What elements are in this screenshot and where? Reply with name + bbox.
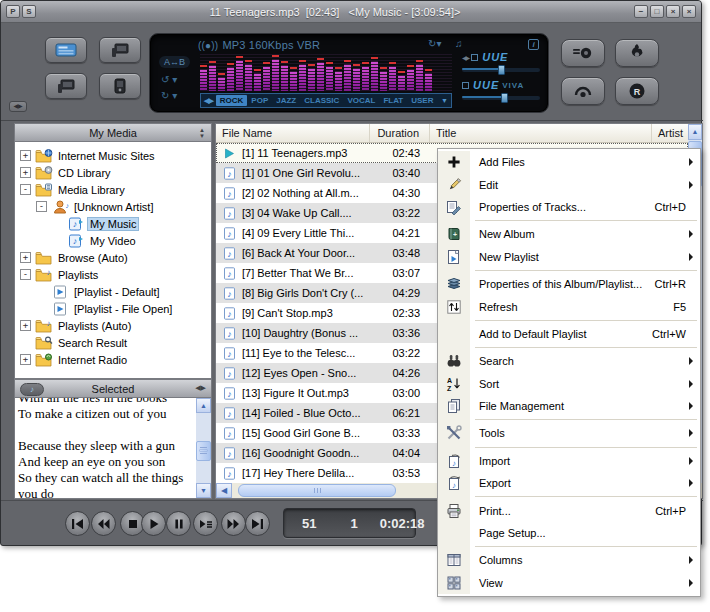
menu-item-print[interactable]: Print...Ctrl+P bbox=[438, 499, 700, 521]
tree-item-playlist-default[interactable]: [Playlist - Default] bbox=[15, 283, 211, 300]
eq-preset-rock[interactable]: ROCK bbox=[216, 95, 248, 106]
play-selection-button[interactable] bbox=[193, 511, 218, 536]
uue-viva-checkbox[interactable] bbox=[462, 82, 469, 89]
preset-scroll-icon[interactable]: ◀▶ bbox=[204, 97, 213, 105]
close-button[interactable]: × bbox=[666, 5, 680, 18]
output-device-icon[interactable]: ♫ bbox=[455, 38, 463, 49]
menu-item-page-setup[interactable]: Page Setup... bbox=[438, 522, 700, 544]
selected-nav-icon[interactable]: ◀ ▶ bbox=[195, 384, 205, 392]
minimize-button[interactable]: − bbox=[634, 5, 648, 18]
tree-item-browse-auto[interactable]: +Browse (Auto) bbox=[15, 249, 211, 266]
title-bar[interactable]: P S 11 Teenagers.mp3 [02:43] <My Music -… bbox=[1, 1, 701, 23]
tree-item-my-music[interactable]: ♪My Music bbox=[15, 215, 211, 232]
menu-item-add-to-default-playlist[interactable]: Add to Default PlaylistCtrl+W bbox=[438, 323, 700, 345]
record-button[interactable]: R bbox=[615, 77, 659, 105]
tree-expander-icon[interactable]: + bbox=[20, 320, 31, 331]
scroll-up-icon[interactable]: ▲ bbox=[196, 398, 211, 413]
column-title[interactable]: Title bbox=[430, 124, 652, 142]
scroll-down-icon[interactable]: ▼ bbox=[196, 483, 211, 498]
tree-expander-icon[interactable]: + bbox=[20, 252, 31, 263]
fast-forward-button[interactable] bbox=[221, 511, 246, 536]
scroll-left-icon[interactable]: ◀ bbox=[216, 483, 232, 498]
menu-item-properties-of-tracks[interactable]: Properties of Tracks...Ctrl+D bbox=[438, 196, 700, 218]
tree-item-cd-library[interactable]: +CD Library bbox=[15, 164, 211, 181]
next-button[interactable] bbox=[245, 511, 270, 536]
repeat-all-icon[interactable]: ↻ ▾ bbox=[161, 90, 177, 101]
menu-item-columns[interactable]: Columns bbox=[438, 549, 700, 571]
preset-button[interactable]: P bbox=[6, 5, 20, 18]
menu-item-new-playlist[interactable]: New Playlist bbox=[438, 246, 700, 268]
sort-arrows-icon[interactable]: ▲▼ bbox=[199, 127, 205, 139]
tree-expander-icon[interactable]: - bbox=[20, 184, 31, 195]
compact-mode-button[interactable] bbox=[99, 37, 141, 63]
tree-item-playlist-file-open[interactable]: [Playlist - File Open] bbox=[15, 300, 211, 317]
menu-item-tools[interactable]: Tools bbox=[438, 422, 700, 444]
maximize-button[interactable]: □ bbox=[650, 5, 664, 18]
menu-item-search[interactable]: Search bbox=[438, 350, 700, 372]
eq-preset-bar[interactable]: ◀▶ ROCKPOPJAZZCLASSICVOCALFLATUSER ▼ bbox=[200, 93, 452, 108]
eq-preset-jazz[interactable]: JAZZ bbox=[272, 95, 300, 106]
rewind-button[interactable] bbox=[91, 511, 116, 536]
menu-item-add-files[interactable]: Add Files bbox=[438, 151, 700, 173]
previous-button[interactable] bbox=[65, 511, 90, 536]
tree-item-search-result[interactable]: Search Result bbox=[15, 334, 211, 351]
eq-preset-flat[interactable]: FLAT bbox=[379, 95, 407, 106]
eq-preset-vocal[interactable]: VOCAL bbox=[343, 95, 379, 106]
scroll-up-icon[interactable]: ▲ bbox=[688, 124, 702, 140]
menu-item-export[interactable]: ♪Export bbox=[438, 472, 700, 494]
eq-preset-pop[interactable]: POP bbox=[247, 95, 272, 106]
ab-repeat-button[interactable]: A↔B bbox=[159, 56, 190, 68]
repeat-one-icon[interactable]: ↺ ▾ bbox=[161, 74, 177, 85]
uue-viva-slider[interactable] bbox=[462, 96, 540, 100]
panel-collapse-button[interactable]: ◀▶ bbox=[9, 101, 27, 112]
exit-button[interactable]: × bbox=[682, 5, 696, 18]
pause-button[interactable] bbox=[166, 511, 191, 536]
tree-expander-icon[interactable]: - bbox=[36, 201, 47, 212]
selected-panel-header[interactable]: ♪ Selected ◀ ▶ bbox=[14, 379, 212, 398]
remote-mode-button[interactable] bbox=[45, 73, 87, 99]
sidebar-header[interactable]: My Media ▲▼ bbox=[14, 123, 212, 142]
menu-item-view[interactable]: View bbox=[438, 572, 700, 594]
eq-preset-classic[interactable]: CLASSIC bbox=[300, 95, 343, 106]
burn-button[interactable] bbox=[615, 39, 659, 67]
menu-item-file-management[interactable]: File Management bbox=[438, 395, 700, 417]
lyrics-scrollbar[interactable]: ▲ ▼ bbox=[196, 398, 211, 498]
tree-expander-icon[interactable]: + bbox=[20, 150, 31, 161]
play-button[interactable] bbox=[141, 511, 166, 536]
menu-item-edit[interactable]: Edit bbox=[438, 173, 700, 195]
tree-expander-icon[interactable]: - bbox=[20, 269, 31, 280]
tree-expander-icon[interactable]: + bbox=[20, 167, 31, 178]
tree-item-internet-music-sites[interactable]: +Internet Music Sites bbox=[15, 147, 211, 164]
column-file-name[interactable]: File Name bbox=[216, 124, 370, 142]
preset-dropdown-icon[interactable]: ▼ bbox=[441, 97, 448, 104]
uue-checkbox[interactable] bbox=[471, 54, 478, 61]
device-mode-button[interactable] bbox=[99, 73, 141, 99]
tree-item-my-video[interactable]: ♪My Video bbox=[15, 232, 211, 249]
effect-scroll-icon[interactable]: ◀▶ bbox=[462, 54, 469, 61]
main-window-mode-button[interactable] bbox=[45, 37, 87, 63]
tree-item-media-library[interactable]: -Media Library bbox=[15, 181, 211, 198]
column-duration[interactable]: Duration bbox=[370, 124, 430, 142]
svg-text:♪: ♪ bbox=[227, 429, 232, 439]
tree-item-unknown-artist[interactable]: -♪[Unknown Artist] bbox=[15, 198, 211, 215]
sound-effects-button[interactable] bbox=[561, 39, 605, 67]
tree-item-playlists-auto[interactable]: +♪Playlists (Auto) bbox=[15, 317, 211, 334]
info-icon[interactable]: i bbox=[528, 39, 539, 50]
lyrics-scroll-thumb[interactable] bbox=[196, 441, 211, 461]
menu-item-refresh[interactable]: RefreshF5 bbox=[438, 295, 700, 317]
tree-expander-icon[interactable]: + bbox=[20, 354, 31, 365]
tree-item-internet-radio[interactable]: +Internet Radio bbox=[15, 351, 211, 368]
menu-item-sort[interactable]: AZSort bbox=[438, 373, 700, 395]
lyrics-source-icon[interactable]: ♪ bbox=[20, 383, 44, 396]
music-file-icon: ♪ bbox=[216, 447, 242, 460]
eq-preset-user[interactable]: USER bbox=[407, 95, 437, 106]
skin-button[interactable]: S bbox=[22, 5, 36, 18]
playlist-hscroll-thumb[interactable] bbox=[238, 484, 396, 497]
menu-item-properties-of-this-album-playlist[interactable]: Properties of this Album/Playlist...Ctrl… bbox=[438, 273, 700, 295]
headphone-button[interactable] bbox=[561, 77, 605, 105]
repeat-mode-icon[interactable]: ↻▾ bbox=[428, 38, 441, 49]
tree-item-playlists[interactable]: -♪Playlists bbox=[15, 266, 211, 283]
uue-slider[interactable] bbox=[462, 68, 540, 72]
menu-item-import[interactable]: ♪Import bbox=[438, 450, 700, 472]
menu-item-new-album[interactable]: +New Album bbox=[438, 223, 700, 245]
